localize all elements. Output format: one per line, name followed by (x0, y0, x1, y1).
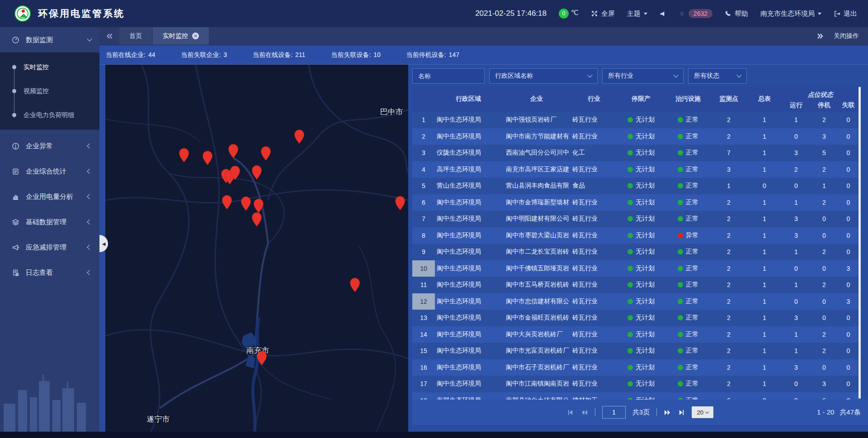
sidebar-item-video-monitoring[interactable]: 视频监控 (0, 79, 99, 103)
table-row[interactable]: 9阆中生态环境局阆中市二龙长宝页岩砖砖瓦行业无计划正常21120 (412, 244, 859, 260)
cell-meters: 1 (747, 161, 782, 178)
chevron-left-icon (87, 219, 92, 224)
cell-n: 14 (412, 326, 435, 343)
status-filter-select[interactable]: 所有状态 (688, 68, 747, 84)
sidebar-item-basic-data[interactable]: 基础数据管理 (0, 209, 99, 235)
table-header: 行政区域 企业 行业 停限产 治污设施 监测点 总表 点位状态 运行 停机 失联 (412, 86, 859, 112)
table-scrollbar[interactable] (859, 87, 861, 399)
status-dot (678, 249, 683, 254)
cell-lost: 3 (838, 260, 859, 277)
cell-run: 1 (782, 194, 810, 211)
column-limit-production[interactable]: 停限产 (617, 95, 665, 103)
region-filter-select[interactable]: 行政区域名称 (489, 68, 598, 84)
cell-run: 3 (782, 310, 810, 326)
app-header: 环保用电监管系统 2021-02-25 17:46:18 0 ℃ 全屏 主题 2… (0, 0, 868, 27)
name-filter-input[interactable] (412, 68, 485, 84)
fullscreen-button[interactable]: 全屏 (591, 9, 615, 18)
table-row[interactable]: 1阆中生态环境局阆中强锐页岩砖厂砖瓦行业无计划正常21120 (412, 112, 859, 128)
table-row[interactable]: 11阆中生态环境局阆中市五马桥页岩机砖砖瓦行业无计划正常21120 (412, 277, 859, 293)
table-row[interactable]: 12阆中生态环境局阆中市忠信建材有限公砖瓦行业无计划正常21003 (412, 293, 859, 310)
column-total-meters[interactable]: 总表 (747, 95, 782, 103)
theme-dropdown[interactable]: 主题 (627, 9, 647, 18)
cell-region: 阆中生态环境局 (435, 227, 502, 244)
sidebar-item-enterprise-abnormal[interactable]: 企业异常 (0, 133, 99, 159)
cell-region: 南部生态环境局 (435, 392, 502, 400)
cell-company: 阆中市五马桥页岩机砖 (502, 277, 571, 293)
sidebar-item-data-monitoring[interactable]: 数据监测 (0, 27, 99, 52)
cell-n: 3 (412, 145, 435, 161)
cell-lost: 0 (838, 310, 859, 326)
cell-run: 0 (782, 128, 810, 145)
column-offline[interactable]: 失联 (838, 101, 859, 109)
speaker-icon[interactable] (660, 10, 666, 17)
sidebar-item-realtime-monitoring[interactable]: 实时监控 (0, 55, 99, 79)
help-button[interactable]: 帮助 (725, 9, 748, 18)
last-page-button[interactable] (678, 409, 685, 416)
cell-industry: 砖瓦行业 (571, 112, 617, 128)
cell-points: 3 (711, 161, 747, 178)
table-row[interactable]: 10阆中生态环境局阆中千佛镇五郎垭页岩砖瓦行业无计划正常21003 (412, 260, 859, 277)
logout-button[interactable]: 退出 (834, 9, 857, 18)
close-operations-button[interactable]: 关闭操作 (834, 32, 859, 40)
table-row[interactable]: 2阆中生态环境局阆中市南方节能建材有砖瓦行业无计划正常21030 (412, 128, 859, 145)
column-region[interactable]: 行政区域 (435, 95, 502, 103)
column-stopped[interactable]: 停机 (810, 101, 838, 109)
table-row[interactable]: 14阆中生态环境局阆中大兴页岩机砖厂砖瓦行业无计划正常21120 (412, 326, 859, 343)
status-dot (678, 266, 683, 271)
table-row[interactable]: 13阆中生态环境局阆中市金福旺页岩机砖砖瓦行业无计划正常21300 (412, 310, 859, 326)
table-row[interactable]: 16阆中生态环境局阆中市石子页岩机砖厂砖瓦行业无计划正常21300 (412, 359, 859, 376)
sidebar-item-emergency-reduction[interactable]: 应急减排管理 (0, 235, 99, 260)
chevron-down-icon (644, 13, 647, 17)
table-row[interactable]: 15阆中生态环境局阆中市光富页岩机砖厂砖瓦行业无计划正常21120 (412, 343, 859, 359)
status-dot (678, 315, 683, 320)
chevron-left-icon (87, 270, 92, 275)
cell-meters: 1 (747, 227, 782, 244)
double-chevron-right-icon[interactable] (816, 33, 824, 40)
close-tab-icon[interactable]: ✕ (192, 33, 199, 39)
next-page-button[interactable] (664, 409, 671, 416)
table-row[interactable]: 6阆中生态环境局阆中市金博瑞新型墙材砖瓦行业无计划正常21120 (412, 194, 859, 211)
cell-lost: 0 (838, 392, 859, 400)
table-row[interactable]: 7阆中生态环境局阆中明阳建材有限公司砖瓦行业无计划正常21300 (412, 211, 859, 227)
sidebar-item-enterprise-statistics[interactable]: 企业综合统计 (0, 159, 99, 184)
notifications[interactable]: 2632 (679, 9, 712, 18)
pagination-bar: 共3页 20 1 - 20共47条 (412, 400, 868, 425)
cell-company: 阆中千佛镇五郎垭页岩 (502, 260, 571, 277)
industry-filter-select[interactable]: 所有行业 (602, 68, 684, 84)
first-page-button[interactable] (567, 409, 574, 416)
sidebar-item-label: 数据监测 (26, 36, 88, 44)
tab-home[interactable]: 首页 (119, 27, 152, 45)
sidebar-item-power-analysis[interactable]: 企业用电量分析 (0, 184, 99, 209)
tab-realtime-monitoring[interactable]: 实时监控 ✕ (153, 27, 209, 45)
tabs-scroll-left-button[interactable] (99, 27, 119, 45)
page-title: 环保用电监管系统 (38, 7, 125, 20)
sidebar-submenu: 实时监控 视频监控 企业电力负荷明细 (0, 52, 99, 130)
cell-points: 2 (711, 376, 747, 392)
cell-limit: 无计划 (617, 128, 665, 145)
table-row[interactable]: 5营山生态环境局营山县润丰肉食品有限食品无计划正常10010 (412, 178, 859, 194)
cell-region: 阆中生态环境局 (435, 359, 502, 376)
sidebar-item-power-load-detail[interactable]: 企业电力负荷明细 (0, 103, 99, 127)
column-company[interactable]: 企业 (502, 95, 571, 103)
table-row[interactable]: 17阆中生态环境局阆中市江南镇阆南页岩砖瓦行业无计划正常21030 (412, 376, 859, 392)
table-row[interactable]: 3仪陇生态环境局西南油气田分公司川中化工无计划正常71350 (412, 145, 859, 161)
map-panel[interactable]: 巴中市南充市遂宁市 (105, 65, 408, 432)
table-row[interactable]: 8阆中生态环境局阆中市枣碧大梁山页岩砖瓦行业无计划异常21300 (412, 227, 859, 244)
column-monitor-points[interactable]: 监测点 (711, 95, 747, 103)
cell-n: 18 (412, 392, 435, 400)
cell-stop: 0 (810, 359, 838, 376)
cell-region: 阆中生态环境局 (435, 194, 502, 211)
sidebar-item-log-viewer[interactable]: 日志查看 (0, 260, 99, 285)
datetime-display: 2021-02-25 17:46:18 (475, 9, 547, 18)
column-pollution-facility[interactable]: 治污设施 (665, 95, 711, 103)
table-row[interactable]: 4高坪生态环境局南充市高坪区王家店建砖瓦行业无计划正常31220 (412, 161, 859, 178)
cell-n: 10 (412, 260, 435, 277)
table-row[interactable]: 18南部生态环境局南部县砂化土砖有限公建材加工无计划正常60060 (412, 392, 859, 400)
prev-page-button[interactable] (580, 409, 588, 416)
page-size-select[interactable]: 20 (692, 406, 713, 418)
column-running[interactable]: 运行 (782, 101, 810, 109)
page-input[interactable] (602, 406, 626, 419)
user-dropdown[interactable]: 南充市生态环境局 (760, 9, 821, 18)
cell-run: 3 (782, 227, 810, 244)
column-industry[interactable]: 行业 (571, 95, 617, 103)
